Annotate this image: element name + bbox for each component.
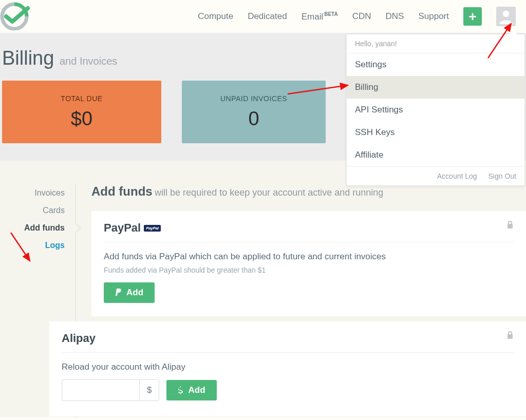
section-desc: will be required to keep your account ac…	[155, 187, 383, 198]
dropdown-settings[interactable]: Settings	[347, 53, 524, 76]
dropdown-greeting: Hello, yanan!	[347, 34, 524, 53]
paypal-badge-icon: PayPal	[144, 225, 160, 232]
alipay-add-button[interactable]: Add	[166, 380, 216, 400]
tab-cards[interactable]: Cards	[0, 202, 75, 219]
user-dropdown: Hello, yanan! Settings Billing API Setti…	[346, 34, 525, 186]
dropdown-account-log[interactable]: Account Log	[437, 172, 477, 180]
alipay-add-label: Add	[188, 385, 205, 395]
person-icon	[498, 9, 514, 24]
nav-cdn[interactable]: CDN	[352, 11, 371, 22]
paypal-title: PayPal PayPal	[104, 221, 514, 235]
alipay-title: Alipay	[62, 332, 514, 345]
nav-dns[interactable]: DNS	[386, 11, 404, 22]
nav-email-label: Email	[302, 11, 324, 21]
total-due-card[interactable]: TOTAL DUE $0	[2, 81, 161, 143]
content-area: Invoices Cards Add funds Logs Add funds …	[0, 161, 526, 417]
dropdown-affiliate[interactable]: Affiliate	[347, 144, 524, 166]
top-nav: Compute Dedicated EmailBETA CDN DNS Supp…	[198, 7, 516, 26]
tab-add-funds[interactable]: Add funds	[0, 219, 75, 237]
add-button[interactable]: +	[463, 7, 482, 26]
section-heading: Add funds	[91, 184, 153, 198]
main-panel: Add funds will be required to keep your …	[76, 184, 526, 417]
dropdown-sign-out[interactable]: Sign Out	[489, 172, 516, 180]
dropdown-ssh-keys[interactable]: SSH Keys	[347, 121, 524, 144]
paypal-title-text: PayPal	[104, 221, 141, 235]
paypal-add-label: Add	[126, 288, 143, 298]
nav-support[interactable]: Support	[418, 11, 449, 22]
paypal-note: Funds added via PayPal should be greater…	[104, 266, 514, 274]
dollar-icon	[178, 386, 184, 394]
plus-icon: +	[468, 9, 476, 25]
paypal-panel: PayPal PayPal Add funds via PayPal which…	[91, 211, 526, 316]
lock-icon	[506, 331, 514, 341]
paypal-add-button[interactable]: Add	[104, 282, 155, 303]
currency-suffix: $	[139, 380, 159, 400]
svg-point-1	[503, 11, 510, 17]
user-avatar[interactable]	[496, 7, 516, 26]
header: Compute Dedicated EmailBETA CDN DNS Supp…	[0, 0, 526, 33]
logo[interactable]	[0, 1, 30, 32]
nav-email[interactable]: EmailBETA	[302, 11, 338, 22]
lock-icon	[506, 220, 514, 231]
beta-badge: BETA	[324, 11, 337, 17]
total-due-value: $0	[71, 108, 92, 130]
unpaid-label: UNPAID INVOICES	[220, 94, 287, 103]
nav-compute[interactable]: Compute	[198, 11, 233, 22]
alipay-desc: Reload your account with Alipay	[62, 362, 514, 372]
divider	[104, 242, 514, 242]
dropdown-api-settings[interactable]: API Settings	[347, 99, 524, 121]
section-heading-row: Add funds will be required to keep your …	[91, 184, 526, 199]
page-title-text: Billing	[2, 47, 54, 69]
amount-input-group: $	[62, 379, 159, 401]
paypal-icon	[115, 289, 122, 297]
amount-input[interactable]	[62, 380, 139, 400]
alipay-panel: Alipay Reload your account with Alipay $…	[49, 321, 526, 416]
dropdown-billing[interactable]: Billing	[347, 76, 524, 99]
dropdown-footer: Account Log Sign Out	[347, 166, 524, 185]
paypal-desc: Add funds via PayPal which can be applie…	[104, 252, 514, 262]
total-due-label: TOTAL DUE	[61, 94, 102, 103]
tab-invoices[interactable]: Invoices	[0, 184, 75, 202]
alipay-input-row: $ Add	[62, 379, 514, 401]
divider	[62, 352, 514, 353]
page-subtitle: and Invoices	[60, 55, 117, 67]
nav-dedicated[interactable]: Dedicated	[248, 11, 287, 22]
unpaid-value: 0	[248, 108, 259, 130]
tab-logs[interactable]: Logs	[0, 237, 75, 254]
unpaid-invoices-card[interactable]: UNPAID INVOICES 0	[182, 81, 326, 143]
